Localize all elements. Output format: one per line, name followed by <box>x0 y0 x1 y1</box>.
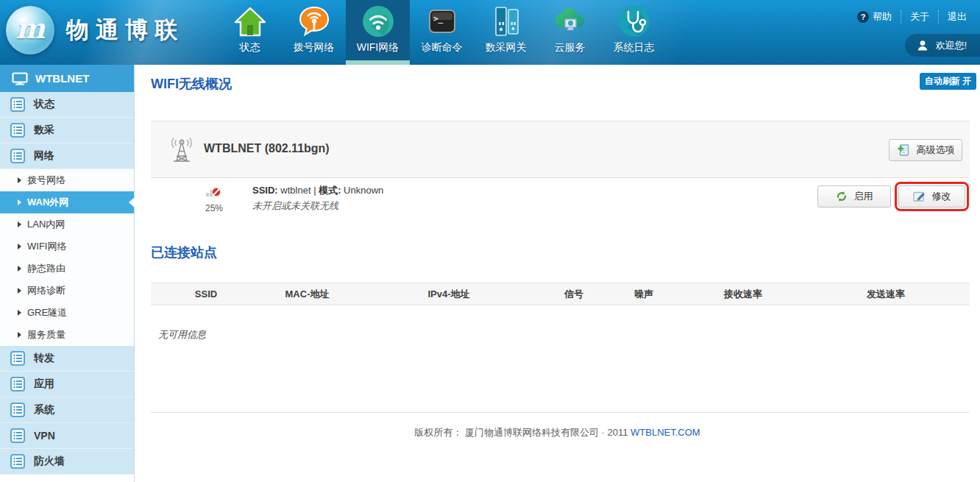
signal-percent: 25% <box>199 203 229 213</box>
triangle-icon <box>18 266 21 272</box>
modify-button[interactable]: 修改 <box>898 185 965 208</box>
brand-name: 物通博联 <box>66 15 184 46</box>
sidebar-item-network[interactable]: 网络 <box>0 143 134 169</box>
help-link[interactable]: ? 帮助 <box>848 10 901 24</box>
enable-label: 启用 <box>854 190 873 203</box>
nav-label: 状态 <box>240 41 260 54</box>
list-icon <box>10 123 25 138</box>
logout-label: 退出 <box>948 10 967 24</box>
sidebar-item-forwarding[interactable]: 转发 <box>0 346 134 372</box>
sidebar-item-network-diagnostics[interactable]: 网络诊断 <box>0 280 134 302</box>
nav-tab-diagnostics[interactable]: >_ 诊断命令 <box>410 0 474 65</box>
dial-network-icon <box>297 4 331 38</box>
person-icon <box>917 40 928 52</box>
sidebar-item-system[interactable]: 系统 <box>0 397 134 423</box>
header-links: ? 帮助 关于 退出 <box>848 10 967 24</box>
sidebar-item-wan[interactable]: WAN外网 <box>0 191 134 213</box>
sidebar-item-applications[interactable]: 应用 <box>0 372 134 397</box>
footer-link[interactable]: WTBLNET.COM <box>631 427 700 438</box>
list-icon <box>10 403 25 417</box>
enable-button[interactable]: 启用 <box>817 185 891 208</box>
sidebar-item-label: 网络 <box>34 149 54 163</box>
wireless-status-text: 未开启或未关联无线 <box>252 199 338 213</box>
list-icon <box>10 351 25 366</box>
nav-tab-data-gateway[interactable]: 数采网关 <box>474 0 538 65</box>
nav-label: 系统日志 <box>614 41 655 54</box>
nav-label: 云服务 <box>555 41 586 54</box>
nav-tab-status[interactable]: 状态 <box>218 0 282 65</box>
auto-refresh-toggle[interactable]: 自动刷新 开 <box>920 73 976 90</box>
stations-table-header: SSID MAC-地址 IPv4-地址 信号 噪声 接收速率 发送速率 <box>151 283 970 305</box>
mode-label: 模式: <box>319 185 341 196</box>
welcome-badge[interactable]: 欢迎您! <box>905 34 980 57</box>
sidebar-item-gre-tunnel[interactable]: GRE隧道 <box>0 302 134 324</box>
brand-monogram: m <box>15 12 45 45</box>
wifi-icon <box>361 4 395 38</box>
ssid-value: wtblnet <box>280 185 310 196</box>
sidebar-item-lan[interactable]: LAN内网 <box>0 213 134 235</box>
copyright-text: 版权所有： 厦门物通博联网络科技有限公司 · 2011 <box>414 427 628 438</box>
sidebar-item-label: VPN <box>34 430 55 442</box>
sidebar-item-label: 网络诊断 <box>27 284 65 297</box>
sidebar-item-label: WIFI网络 <box>27 240 66 253</box>
stethoscope-icon <box>617 4 651 38</box>
stations-empty-text: 无可用信息 <box>158 328 206 341</box>
edit-icon <box>913 191 926 202</box>
triangle-icon <box>18 310 21 316</box>
nav-tab-dial-network[interactable]: 拨号网络 <box>282 0 346 65</box>
brand-sphere-icon: m <box>6 6 54 54</box>
triangle-icon <box>18 332 21 338</box>
main-content: WIFI无线概况 自动刷新 开 WTBLNET (802.11bgn) 高级选项 <box>135 65 980 482</box>
nav-tab-system-logs[interactable]: 系统日志 <box>602 0 666 65</box>
column-header-mac: MAC-地址 <box>261 283 353 305</box>
monitor-icon <box>12 72 28 85</box>
sidebar-item-static-routes[interactable]: 静态路由 <box>0 258 134 280</box>
column-header-ipv4: IPv4-地址 <box>353 283 544 305</box>
svg-text:>_: >_ <box>433 14 444 24</box>
sidebar-device-header[interactable]: WTBLNET <box>0 65 134 92</box>
wifi-device-panel-header: WTBLNET (802.11bgn) 高级选项 <box>151 121 970 178</box>
sidebar-item-qos[interactable]: 服务质量 <box>0 324 134 346</box>
advanced-options-label: 高级选项 <box>917 143 955 157</box>
advanced-options-button[interactable]: 高级选项 <box>889 139 962 161</box>
sidebar-item-label: 静态路由 <box>27 262 65 275</box>
list-icon <box>10 97 25 112</box>
sidebar-item-label: WAN外网 <box>27 196 68 209</box>
cloud-icon <box>553 4 587 38</box>
sidebar-item-dial-network[interactable]: 拨号网络 <box>0 169 134 191</box>
about-link[interactable]: 关于 <box>901 10 938 24</box>
gateway-icon <box>489 4 523 38</box>
nav-label: 数采网关 <box>486 41 527 54</box>
sidebar-item-label: 应用 <box>34 378 54 391</box>
column-header-signal: 信号 <box>544 283 603 305</box>
list-icon <box>10 428 25 443</box>
sidebar-item-data-collection[interactable]: 数采 <box>0 118 134 143</box>
antenna-tower-icon <box>167 135 196 165</box>
sidebar-item-wifi-network[interactable]: WIFI网络 <box>0 235 134 258</box>
mode-value: Unknown <box>344 185 383 196</box>
logout-link[interactable]: 退出 <box>938 10 967 24</box>
footer: 版权所有： 厦门物通博联网络科技有限公司 · 2011 WTBLNET.COM <box>135 426 980 439</box>
nav-tab-cloud-service[interactable]: 云服务 <box>538 0 602 65</box>
home-icon <box>233 4 267 38</box>
triangle-icon <box>18 288 21 294</box>
main-nav: 状态 拨号网络 WIFI网络 <box>218 0 666 65</box>
sidebar-item-firewall[interactable]: 防火墙 <box>0 449 134 475</box>
sidebar-item-status[interactable]: 状态 <box>0 92 134 118</box>
sidebar: WTBLNET 状态 数采 网络 拨号网络 WAN外网 LAN内网 WIFI网络… <box>0 65 135 482</box>
sidebar-item-label: 状态 <box>34 98 54 111</box>
nav-label: WIFI网络 <box>357 41 400 54</box>
triangle-icon <box>18 244 21 249</box>
nav-label: 拨号网络 <box>294 41 335 54</box>
page-title: WIFI无线概况 <box>151 75 232 93</box>
sidebar-item-label: 系统 <box>34 403 54 417</box>
triangle-icon <box>18 199 21 205</box>
signal-blocked-icon <box>205 184 223 199</box>
nav-tab-wifi-network[interactable]: WIFI网络 <box>346 0 410 65</box>
list-icon <box>10 149 25 163</box>
list-icon <box>10 454 25 469</box>
wifi-device-title: WTBLNET (802.11bgn) <box>204 142 330 155</box>
enable-refresh-icon <box>836 191 848 202</box>
sidebar-item-vpn[interactable]: VPN <box>0 423 134 449</box>
advanced-options-icon <box>897 143 910 157</box>
